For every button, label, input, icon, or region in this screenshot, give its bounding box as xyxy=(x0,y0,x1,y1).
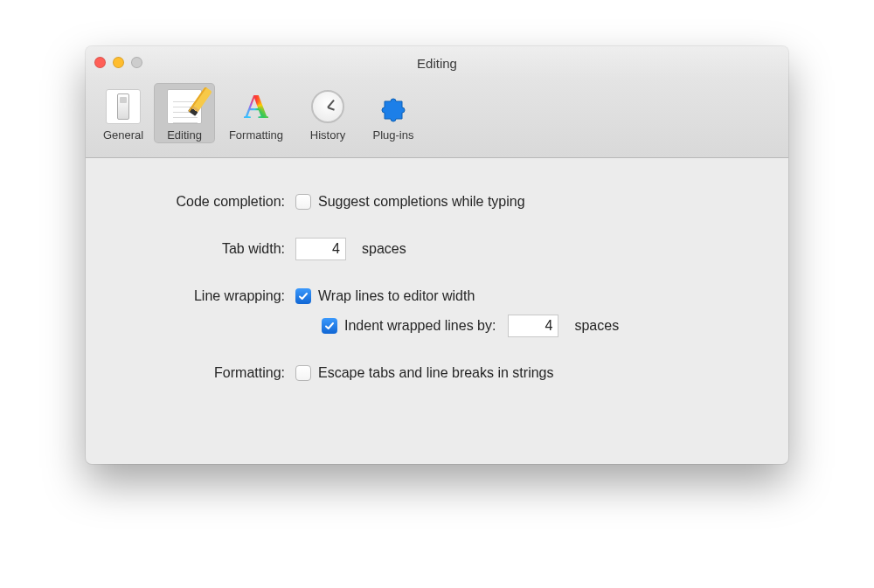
history-icon xyxy=(308,86,348,127)
checkbox-indent-wrapped[interactable] xyxy=(322,318,337,334)
checkbox-wrap-lines[interactable] xyxy=(295,288,311,304)
label-suggest-completions: Suggest completions while typing xyxy=(318,194,525,210)
tab-general-label: General xyxy=(103,128,143,142)
tab-plugins[interactable]: Plug-ins xyxy=(358,83,428,143)
zoom-button-disabled xyxy=(131,57,142,68)
titlebar: Editing xyxy=(86,46,788,80)
preferences-window: Editing General Editing A Formatting His… xyxy=(86,46,788,464)
row-code-completion: Code completion: Suggest completions whi… xyxy=(112,190,762,214)
tab-plugins-label: Plug-ins xyxy=(373,128,414,142)
row-indent-wrapped: Indent wrapped lines by: spaces xyxy=(112,314,762,338)
label-escape-tabs: Escape tabs and line breaks in strings xyxy=(318,365,553,381)
settings-content: Code completion: Suggest completions whi… xyxy=(86,158,788,385)
formatting-icon: A xyxy=(236,86,276,127)
row-tab-width: Tab width: spaces xyxy=(112,237,762,261)
editing-icon xyxy=(164,86,205,127)
general-icon xyxy=(103,86,143,127)
tab-formatting[interactable]: A Formatting xyxy=(215,83,297,143)
input-tab-width[interactable] xyxy=(295,238,346,260)
label-indent-wrapped: Indent wrapped lines by: xyxy=(344,318,496,334)
input-indent-amount[interactable] xyxy=(508,315,558,337)
window-title: Editing xyxy=(417,56,457,71)
tab-formatting-label: Formatting xyxy=(229,128,283,142)
unit-tab-width: spaces xyxy=(362,241,406,257)
unit-indent: spaces xyxy=(574,318,619,334)
tab-editing[interactable]: Editing xyxy=(154,83,215,143)
checkbox-suggest-completions[interactable] xyxy=(295,194,311,210)
tab-history[interactable]: History xyxy=(297,83,358,143)
label-tab-width: Tab width: xyxy=(112,241,295,257)
checkbox-escape-tabs[interactable] xyxy=(295,365,311,381)
label-code-completion: Code completion: xyxy=(112,194,295,210)
label-formatting-section: Formatting: xyxy=(112,365,295,381)
minimize-button[interactable] xyxy=(113,57,124,68)
tab-general[interactable]: General xyxy=(93,83,154,143)
preferences-toolbar: General Editing A Formatting History xyxy=(86,80,788,158)
traffic-lights xyxy=(94,57,142,68)
row-formatting: Formatting: Escape tabs and line breaks … xyxy=(112,361,762,385)
close-button[interactable] xyxy=(94,57,106,68)
plugins-icon xyxy=(373,86,413,127)
tab-editing-label: Editing xyxy=(167,128,202,142)
label-wrap-lines: Wrap lines to editor width xyxy=(318,288,475,304)
label-line-wrapping: Line wrapping: xyxy=(112,288,295,304)
row-line-wrapping: Line wrapping: Wrap lines to editor widt… xyxy=(112,284,762,308)
tab-history-label: History xyxy=(310,128,345,142)
